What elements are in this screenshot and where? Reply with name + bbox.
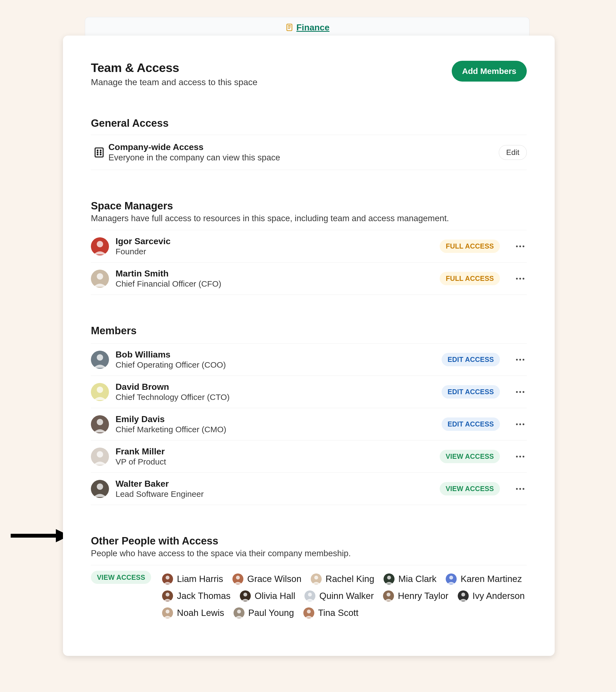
page-title: Team & Access	[91, 61, 257, 75]
member-name: Bob Williams	[115, 350, 435, 360]
avatar	[91, 237, 109, 255]
avatar	[303, 607, 314, 619]
member-row: Walter Baker Lead Software Engineer VIEW…	[91, 473, 527, 505]
arrow-icon	[9, 527, 69, 544]
member-name: Walter Baker	[115, 479, 433, 489]
more-options-icon[interactable]	[514, 385, 527, 398]
add-members-button[interactable]: Add Members	[452, 61, 527, 82]
other-person-name: Grace Wilson	[247, 574, 301, 584]
member-row: Bob Williams Chief Operating Officer (CO…	[91, 343, 527, 376]
avatar	[91, 415, 109, 433]
access-badge: VIEW ACCESS	[440, 450, 500, 463]
other-person-name: Quinn Walker	[319, 591, 374, 601]
avatar	[304, 590, 315, 601]
other-person[interactable]: Karen Martinez	[446, 574, 522, 584]
other-person-name: Liam Harris	[177, 574, 223, 584]
members-heading: Members	[91, 325, 527, 337]
member-row: David Brown Chief Technology Officer (CT…	[91, 376, 527, 408]
other-person-name: Jack Thomas	[177, 591, 231, 601]
svg-point-63	[308, 592, 312, 597]
svg-point-59	[166, 592, 169, 597]
access-badge: FULL ACCESS	[440, 272, 500, 285]
avatar	[162, 607, 173, 619]
other-person[interactable]: Grace Wilson	[232, 574, 301, 584]
more-options-icon[interactable]	[514, 482, 527, 495]
more-options-icon[interactable]	[514, 272, 527, 285]
page-subtitle: Manage the team and access to this space	[91, 77, 257, 87]
svg-point-34	[97, 419, 103, 425]
svg-point-37	[523, 423, 524, 425]
member-row: Emily Davis Chief Marketing Officer (CMO…	[91, 408, 527, 440]
svg-point-16	[519, 245, 521, 247]
other-person[interactable]: Paul Young	[234, 607, 294, 619]
member-role: Chief Technology Officer (CTO)	[115, 392, 435, 402]
svg-point-35	[516, 423, 518, 425]
breadcrumb-link[interactable]: Finance	[297, 22, 330, 33]
more-options-icon[interactable]	[514, 450, 527, 463]
other-person-name: Tina Scott	[318, 608, 358, 618]
building-icon	[93, 147, 105, 158]
other-person[interactable]: Jack Thomas	[162, 590, 231, 601]
others-access-badge: VIEW ACCESS	[91, 571, 151, 584]
svg-point-25	[516, 359, 518, 360]
svg-point-45	[516, 488, 518, 490]
member-name: David Brown	[115, 382, 435, 392]
svg-point-51	[236, 576, 240, 580]
other-person[interactable]: Rachel King	[311, 574, 374, 584]
more-options-icon[interactable]	[514, 240, 527, 253]
other-person[interactable]: Ivy Anderson	[458, 590, 525, 601]
other-person[interactable]: Liam Harris	[162, 574, 223, 584]
svg-point-31	[519, 391, 521, 392]
member-row: Igor Sarcevic Founder FULL ACCESS	[91, 230, 527, 262]
avatar	[91, 383, 109, 401]
svg-point-12	[100, 154, 101, 155]
access-badge: VIEW ACCESS	[440, 482, 500, 495]
member-role: Lead Software Engineer	[115, 490, 433, 499]
edit-general-access-button[interactable]: Edit	[499, 145, 527, 160]
svg-point-46	[519, 488, 521, 490]
team-access-card: Team & Access Manage the team and access…	[63, 36, 555, 656]
more-options-icon[interactable]	[514, 418, 527, 431]
member-name: Martin Smith	[115, 268, 433, 279]
avatar	[383, 590, 394, 601]
svg-point-10	[100, 152, 101, 153]
svg-point-61	[243, 592, 247, 597]
other-person[interactable]: Tina Scott	[303, 607, 358, 619]
avatar	[240, 590, 251, 601]
member-name: Igor Sarcevic	[115, 236, 433, 246]
other-person[interactable]: Mia Clark	[384, 574, 437, 584]
member-name: Frank Miller	[115, 447, 433, 457]
other-person-name: Ivy Anderson	[472, 591, 525, 601]
general-access-title: Company-wide Access	[108, 142, 499, 152]
svg-point-26	[519, 359, 521, 360]
svg-point-55	[387, 576, 391, 580]
svg-point-19	[97, 273, 103, 280]
avatar	[232, 574, 243, 584]
access-badge: EDIT ACCESS	[442, 385, 500, 398]
breadcrumb[interactable]: Finance	[85, 17, 530, 38]
avatar	[458, 590, 469, 601]
svg-point-14	[97, 241, 103, 247]
other-person-name: Henry Taylor	[398, 591, 448, 601]
other-person[interactable]: Henry Taylor	[383, 590, 448, 601]
more-options-icon[interactable]	[514, 353, 527, 366]
svg-point-41	[519, 455, 521, 457]
other-person[interactable]: Quinn Walker	[304, 590, 374, 601]
general-access-row: Company-wide Access Everyone in the comp…	[91, 135, 527, 170]
other-person[interactable]: Olivia Hall	[240, 590, 295, 601]
general-access-subtitle: Everyone in the company can view this sp…	[108, 153, 499, 163]
member-role: Founder	[115, 247, 433, 256]
svg-point-7	[97, 150, 98, 151]
access-badge: FULL ACCESS	[440, 239, 500, 253]
avatar	[91, 448, 109, 466]
other-person-name: Olivia Hall	[255, 591, 295, 601]
avatar	[234, 607, 245, 619]
other-person[interactable]: Noah Lewis	[162, 607, 224, 619]
svg-point-47	[523, 488, 524, 490]
svg-point-15	[516, 245, 518, 247]
svg-point-22	[523, 278, 524, 279]
member-row: Frank Miller VP of Product VIEW ACCESS	[91, 440, 527, 473]
avatar	[91, 351, 109, 369]
avatar	[384, 574, 395, 584]
svg-point-36	[519, 423, 521, 425]
